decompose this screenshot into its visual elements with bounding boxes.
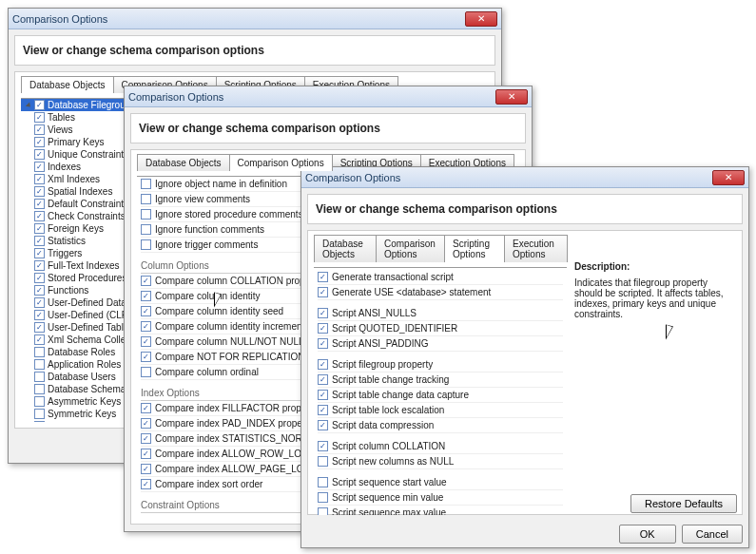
checkbox[interactable] <box>141 239 151 250</box>
checkbox[interactable] <box>34 211 45 221</box>
checkbox[interactable] <box>141 479 151 489</box>
tree-label: Database Filegroups <box>48 100 135 110</box>
checkbox[interactable] <box>141 276 151 286</box>
tab-exec-options[interactable]: Execution Options <box>504 235 568 262</box>
checkbox[interactable] <box>34 199 45 209</box>
tree-label: Database Users <box>48 372 116 382</box>
option-row[interactable]: Generate transactional script <box>318 270 563 285</box>
checkbox[interactable] <box>141 464 151 474</box>
checkbox[interactable] <box>34 273 45 283</box>
checkbox[interactable] <box>34 359 45 370</box>
checkbox[interactable] <box>318 405 328 415</box>
checkbox[interactable] <box>141 403 151 413</box>
checkbox[interactable] <box>141 367 151 377</box>
tree-label: Database Schemas <box>48 384 130 394</box>
checkbox[interactable] <box>34 421 45 422</box>
checkbox[interactable] <box>34 285 45 296</box>
checkbox[interactable] <box>141 418 151 429</box>
close-icon[interactable]: ✕ <box>495 89 528 105</box>
checkbox[interactable] <box>34 396 45 407</box>
checkbox[interactable] <box>34 347 45 357</box>
checkbox[interactable] <box>34 186 45 197</box>
checkbox[interactable] <box>318 359 328 370</box>
titlebar[interactable]: Comparison Options ✕ <box>301 167 748 188</box>
option-label: Compare column identity seed <box>155 306 283 316</box>
option-label: Ignore object name in definition <box>155 179 287 189</box>
checkbox[interactable] <box>141 352 151 362</box>
checkbox[interactable] <box>318 272 328 282</box>
checkbox[interactable] <box>141 321 151 332</box>
checkbox[interactable] <box>318 308 328 318</box>
option-row[interactable]: Script column COLLATION <box>318 439 563 454</box>
checkbox[interactable] <box>318 441 328 451</box>
checkbox[interactable] <box>141 194 151 204</box>
tab-db-objects[interactable]: Database Objects <box>314 235 377 262</box>
dialog-body: Database Objects Comparison Options Scri… <box>307 230 743 515</box>
tree-label: Certificates <box>48 421 95 422</box>
option-label: Script ANSI_PADDING <box>332 338 429 349</box>
checkbox[interactable] <box>318 323 328 334</box>
option-row[interactable]: Script table change tracking <box>318 373 563 388</box>
option-row[interactable]: Script table change data capture <box>318 388 563 403</box>
expand-icon[interactable] <box>23 101 31 109</box>
close-icon[interactable]: ✕ <box>465 11 497 27</box>
option-row[interactable]: Script filegroup property <box>318 357 563 373</box>
option-row[interactable]: Script ANSI_PADDING <box>318 336 563 352</box>
checkbox[interactable] <box>141 291 151 301</box>
checkbox[interactable] <box>318 338 328 349</box>
tab-comp-options[interactable]: Comparison Options <box>229 154 333 171</box>
checkbox[interactable] <box>318 287 328 297</box>
titlebar[interactable]: Comparison Options ✕ <box>9 9 501 29</box>
checkbox[interactable] <box>318 390 328 400</box>
checkbox[interactable] <box>318 477 328 487</box>
checkbox[interactable] <box>141 306 151 316</box>
checkbox[interactable] <box>318 420 328 430</box>
checkbox[interactable] <box>34 124 45 135</box>
checkbox[interactable] <box>34 236 45 246</box>
tab-script-options[interactable]: Scripting Options <box>444 235 505 262</box>
option-row[interactable]: Script ANSI_NULLS <box>318 306 563 321</box>
checkbox[interactable] <box>34 322 45 333</box>
dialog-subtitle: View or change schema comparison options <box>130 113 526 143</box>
ok-button[interactable]: OK <box>619 525 676 544</box>
checkbox[interactable] <box>34 248 45 258</box>
option-row[interactable]: Script new columns as NULL <box>318 454 563 469</box>
checkbox[interactable] <box>34 223 45 234</box>
checkbox[interactable] <box>141 179 151 189</box>
checkbox[interactable] <box>34 310 45 320</box>
checkbox[interactable] <box>141 336 151 347</box>
checkbox[interactable] <box>318 456 328 467</box>
tree-label: Primary Keys <box>48 137 104 147</box>
checkbox[interactable] <box>141 433 151 444</box>
checkbox[interactable] <box>34 162 45 172</box>
checkbox[interactable] <box>34 112 45 123</box>
option-label: Script column COLLATION <box>332 441 445 451</box>
option-row[interactable]: Script data compression <box>318 418 563 433</box>
restore-defaults-button[interactable]: Restore Defaults <box>630 494 737 513</box>
checkbox[interactable] <box>34 174 45 184</box>
checkbox[interactable] <box>141 449 151 459</box>
titlebar[interactable]: Comparison Options ✕ <box>125 86 532 107</box>
checkbox[interactable] <box>318 374 328 385</box>
close-icon[interactable]: ✕ <box>712 170 745 185</box>
checkbox[interactable] <box>141 209 151 220</box>
checkbox[interactable] <box>34 409 45 419</box>
checkbox[interactable] <box>34 372 45 382</box>
checkbox[interactable] <box>34 384 45 394</box>
tab-comp-options[interactable]: Comparison Options <box>376 235 445 262</box>
option-row[interactable]: Script QUOTED_IDENTIFIER <box>318 321 563 336</box>
option-label: Compare column identity increment <box>155 321 304 332</box>
checkbox[interactable] <box>141 224 151 235</box>
option-row[interactable]: Script table lock escalation <box>318 403 563 418</box>
tab-db-objects[interactable]: Database Objects <box>21 76 114 93</box>
checkbox[interactable] <box>34 100 45 110</box>
option-row[interactable]: Generate USE <database> statement <box>318 285 563 300</box>
checkbox[interactable] <box>34 334 45 345</box>
tab-db-objects[interactable]: Database Objects <box>137 154 230 171</box>
checkbox[interactable] <box>34 297 45 308</box>
window-title: Comparison Options <box>128 91 495 103</box>
checkbox[interactable] <box>34 260 45 271</box>
checkbox[interactable] <box>34 137 45 147</box>
cancel-button[interactable]: Cancel <box>682 525 743 544</box>
checkbox[interactable] <box>34 149 45 160</box>
